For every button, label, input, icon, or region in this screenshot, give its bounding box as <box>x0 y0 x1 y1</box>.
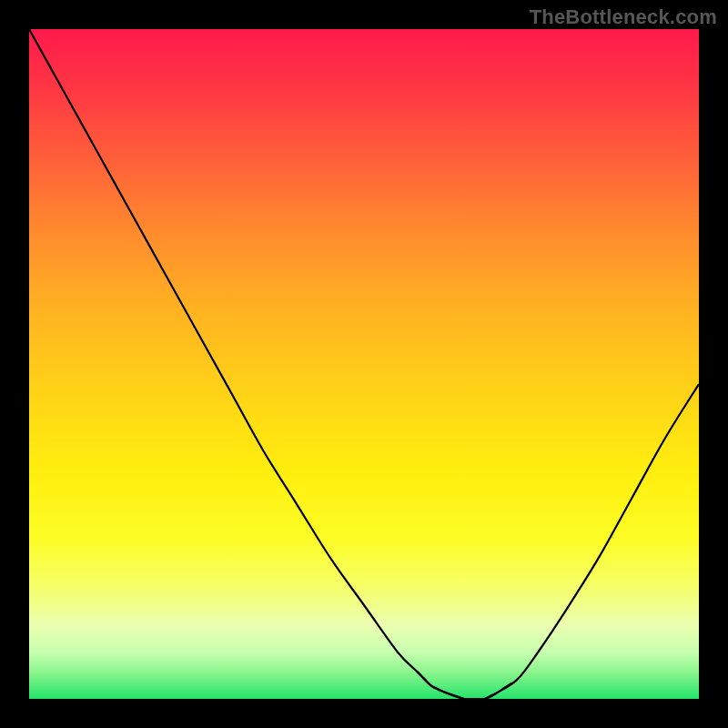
chart-frame: TheBottleneck.com <box>0 0 728 728</box>
watermark-label: TheBottleneck.com <box>530 5 717 28</box>
bottleneck-curve <box>29 29 699 699</box>
watermark-text: TheBottleneck.com <box>530 5 717 29</box>
